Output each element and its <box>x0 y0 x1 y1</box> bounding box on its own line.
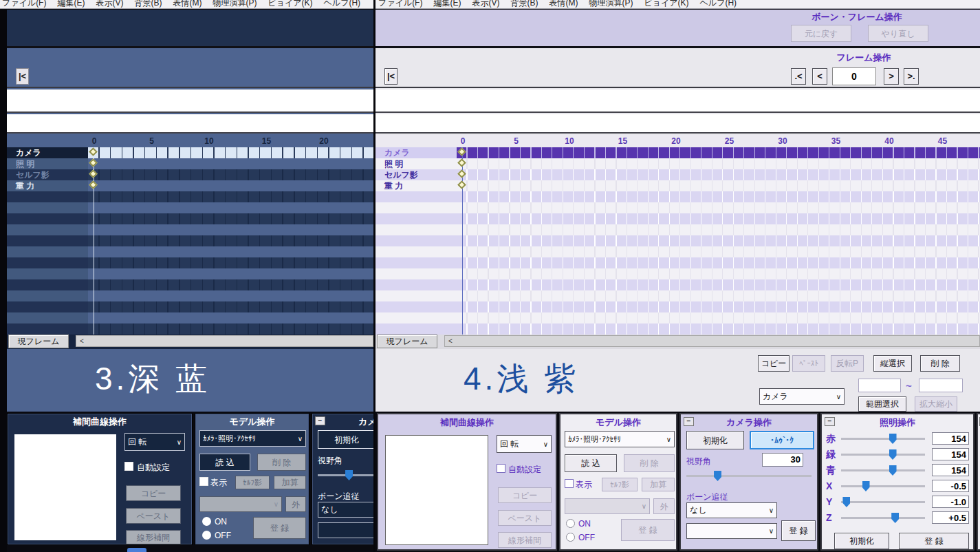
prev-key-frame-button[interactable]: .< <box>791 68 806 85</box>
go-first-frame-button[interactable]: |< <box>16 68 29 85</box>
fov-input[interactable]: 30 <box>762 453 803 467</box>
register-button[interactable]: 登 録 <box>253 517 306 539</box>
radio-off[interactable] <box>566 533 575 542</box>
menu-item[interactable]: 編集(E) <box>433 0 461 9</box>
timeline-track[interactable] <box>88 158 373 169</box>
minimize-button[interactable]: − <box>684 417 694 426</box>
timeline-track[interactable] <box>457 290 980 301</box>
perspective-button[interactable]: ･ﾑｩ`･ｸ <box>750 431 814 449</box>
timeline-row-label[interactable]: 照 明 <box>7 158 88 169</box>
menu-item[interactable]: 表情(M) <box>173 0 202 9</box>
timeline-scrollbar[interactable]: < <box>76 335 373 347</box>
vertical-select-button[interactable]: 縦選択 <box>873 355 912 372</box>
additive-button[interactable]: 加算 <box>274 476 306 489</box>
timeline-track[interactable] <box>88 191 373 202</box>
bone-follow-select[interactable]: なし∨ <box>318 502 373 518</box>
fov-slider-thumb[interactable] <box>345 470 353 480</box>
lighting-slider-thumb[interactable] <box>889 449 897 460</box>
edit-target-select[interactable]: カメラ∨ <box>759 388 845 405</box>
lighting-register-button[interactable]: 登 録 <box>899 533 969 549</box>
outside-button[interactable]: 外 <box>653 498 675 514</box>
fov-slider-thumb[interactable] <box>714 471 721 481</box>
timeline-track[interactable] <box>457 246 980 257</box>
timeline-track[interactable] <box>457 257 980 268</box>
undo-button[interactable]: 元に戻す <box>791 25 851 42</box>
lighting-slider[interactable] <box>841 517 925 519</box>
paste-button[interactable]: ﾍﾟｰｽﾄ <box>792 355 825 372</box>
timeline-track[interactable] <box>457 323 980 335</box>
display-checkbox[interactable] <box>565 479 574 488</box>
menu-item[interactable]: 表示(V) <box>96 0 123 9</box>
menu-item[interactable]: 物理演算(P) <box>213 0 257 9</box>
camera-register-button[interactable]: 登 録 <box>781 520 816 541</box>
timeline-header[interactable]: 051015202530354045 <box>375 135 980 147</box>
lighting-value-input[interactable]: -1.0 <box>932 496 969 508</box>
timeline-row-label[interactable]: カメラ <box>375 147 457 158</box>
lighting-slider[interactable] <box>841 454 925 456</box>
copy-button[interactable]: コピー <box>758 355 790 372</box>
timeline-track[interactable] <box>88 147 373 158</box>
auto-set-checkbox[interactable] <box>497 464 505 473</box>
timeline-track[interactable] <box>88 301 373 312</box>
timeline-track[interactable] <box>457 169 980 180</box>
menu-item[interactable]: ヘルプ(H) <box>700 0 737 9</box>
radio-on[interactable] <box>202 517 211 526</box>
timeline-track[interactable] <box>457 312 980 323</box>
bone-follow-select[interactable]: なし∨ <box>686 502 777 518</box>
timeline-track[interactable] <box>88 224 373 235</box>
model-target-select[interactable]: ｶﾒﾗ･照明･ｱｸｾｻﾘ∨ <box>565 431 675 447</box>
timeline-track[interactable] <box>88 169 373 180</box>
scale-button[interactable]: 拡大縮小 <box>915 396 957 412</box>
menu-item[interactable]: 表情(M) <box>549 0 578 9</box>
menu-item[interactable]: 背景(B) <box>510 0 538 9</box>
menu-item[interactable]: ビョイア(K) <box>268 0 312 9</box>
timeline-row-label[interactable]: セルフ影 <box>375 169 457 180</box>
self-shadow-button[interactable]: ｾﾙﾌ影 <box>602 478 638 491</box>
lighting-value-input[interactable]: 154 <box>932 464 969 476</box>
menu-item[interactable]: 背景(B) <box>134 0 162 9</box>
timeline-row-label[interactable]: カメラ <box>7 147 88 158</box>
linear-interp-button[interactable]: 線形補間 <box>498 532 552 548</box>
interp-paste-button[interactable]: ペースト <box>126 508 181 524</box>
menu-item[interactable]: ビョイア(K) <box>644 0 688 9</box>
interp-paste-button[interactable]: ペースト <box>498 510 552 526</box>
fov-slider[interactable] <box>686 475 812 477</box>
interp-type-select[interactable]: 回 転∨ <box>124 433 185 451</box>
menu-item[interactable]: ファイル(F) <box>378 0 422 9</box>
frame-number-input[interactable] <box>832 67 876 85</box>
range-end-input[interactable] <box>919 379 963 392</box>
lighting-value-input[interactable]: +0.5 <box>932 511 969 524</box>
timeline-track[interactable] <box>457 158 980 169</box>
timeline-row-label[interactable]: 重 力 <box>375 180 457 191</box>
timeline-track[interactable] <box>457 202 980 213</box>
lighting-slider-thumb[interactable] <box>891 513 899 523</box>
minimize-button[interactable]: − <box>315 416 325 425</box>
redo-button[interactable]: やり直し <box>868 25 928 42</box>
lighting-slider-thumb[interactable] <box>842 497 850 507</box>
outside-button[interactable]: 外 <box>285 496 306 512</box>
self-shadow-button[interactable]: ｾﾙﾌ影 <box>235 476 270 489</box>
model-target-select[interactable]: ｶﾒﾗ･照明･ｱｸｾｻﾘ∨ <box>199 430 306 447</box>
timeline-row-label[interactable]: セルフ影 <box>7 169 88 180</box>
timeline-track[interactable] <box>88 180 373 191</box>
model-delete-button[interactable]: 削 除 <box>624 454 675 472</box>
interp-copy-button[interactable]: コピー <box>126 485 181 501</box>
lighting-slider-thumb[interactable] <box>862 481 870 491</box>
next-key-frame-button[interactable]: >. <box>904 68 919 85</box>
timeline-track[interactable] <box>88 290 373 301</box>
radio-on[interactable] <box>566 519 575 528</box>
lighting-slider[interactable] <box>841 469 925 471</box>
register-button[interactable]: 登 録 <box>621 519 675 541</box>
timeline-track[interactable] <box>457 191 980 202</box>
camera-init-button[interactable]: 初期化 <box>686 431 744 449</box>
camera-extra-select[interactable]: ∨ <box>318 522 373 538</box>
prev-frame-button[interactable]: < <box>812 68 827 85</box>
range-select-button[interactable]: 範囲選択 <box>858 396 906 412</box>
current-frame-button[interactable]: 現フレーム <box>377 335 437 348</box>
model-extra-select[interactable]: ∨ <box>199 496 282 512</box>
lighting-slider[interactable] <box>841 485 925 487</box>
range-start-input[interactable] <box>858 379 901 392</box>
lighting-slider-thumb[interactable] <box>889 434 897 444</box>
lighting-init-button[interactable]: 初期化 <box>834 533 889 549</box>
bone-name-row[interactable] <box>375 114 980 134</box>
